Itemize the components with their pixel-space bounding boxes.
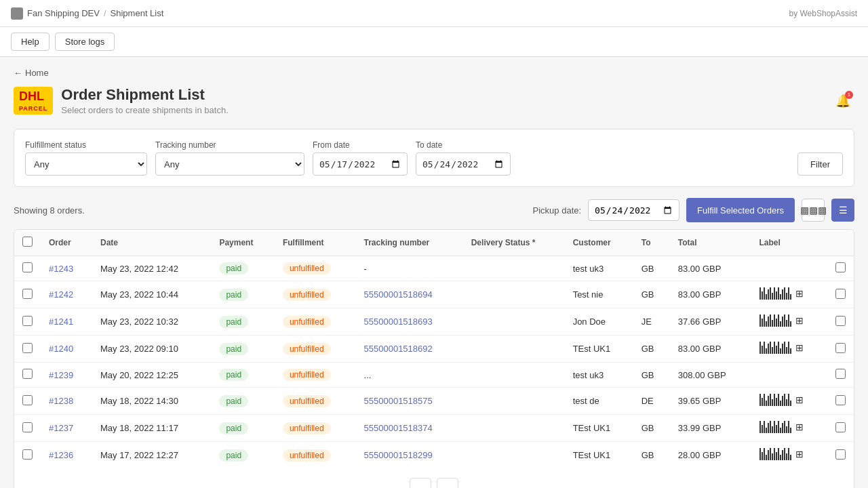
dhl-name: DHL	[19, 89, 47, 104]
order-total: 33.99 GBP	[670, 415, 751, 442]
order-date: May 18, 2022 11:17	[92, 415, 211, 442]
fulfillment-badge: unfulfilled	[283, 422, 331, 434]
customer-name: TEst UK1	[565, 336, 633, 363]
order-link[interactable]: #1239	[49, 370, 73, 380]
list-view-button[interactable]: ☰	[831, 199, 854, 222]
back-label: Home	[25, 68, 49, 78]
table-row: #1240May 23, 2022 09:10paidunfulfilled55…	[14, 336, 854, 363]
order-total: 83.00 GBP	[670, 336, 751, 363]
tracking-number: 55500001518694	[356, 281, 463, 308]
row-checkbox-end[interactable]	[835, 369, 846, 379]
order-link[interactable]: #1241	[49, 317, 73, 327]
order-link[interactable]: #1242	[49, 289, 73, 300]
row-checkbox-end[interactable]	[835, 449, 846, 460]
label-barcode: ⊞	[751, 281, 827, 308]
row-checkbox-end[interactable]	[835, 316, 846, 326]
fulfillment-status: unfulfilled	[275, 415, 356, 442]
next-page-button[interactable]: →	[437, 478, 458, 488]
label-barcode: ⊞	[751, 388, 827, 415]
from-date-input[interactable]	[313, 152, 408, 176]
fulfillment-status: unfulfilled	[275, 388, 356, 415]
tracking-link[interactable]: 55500001518374	[364, 423, 433, 433]
to-date-filter: To date	[416, 140, 511, 176]
order-total: 39.65 GBP	[670, 388, 751, 415]
row-checkbox-end[interactable]	[835, 343, 846, 353]
payment-status: paid	[211, 442, 275, 469]
order-link[interactable]: #1240	[49, 344, 73, 354]
back-arrow-icon: ←	[14, 68, 22, 78]
page-subtitle: Select orders to create shipments in bat…	[61, 105, 228, 115]
customer-name: TEst UK1	[565, 442, 633, 469]
filter-row: Fulfillment status Any Fulfilled Unfulfi…	[25, 140, 843, 176]
tracking-link[interactable]: 55500001518299	[364, 450, 433, 460]
col-delivery-status: Delivery Status *	[463, 230, 565, 256]
order-total: 28.00 GBP	[670, 442, 751, 469]
order-date: May 23, 2022 10:32	[92, 308, 211, 336]
barcode-icon: ⊞	[760, 342, 804, 354]
payment-status: paid	[211, 256, 275, 281]
tracking-link[interactable]: 55500001518694	[364, 289, 433, 300]
app-icon	[11, 7, 23, 20]
row-checkbox[interactable]	[22, 422, 33, 432]
fulfillment-status-select[interactable]: Any Fulfilled Unfulfilled	[25, 152, 147, 176]
to-date-label: To date	[416, 140, 511, 150]
topbar-by: by WebShopAssist	[789, 9, 858, 18]
tracking-link[interactable]: 55500001518693	[364, 317, 433, 327]
prev-page-button[interactable]: ←	[410, 478, 431, 488]
pickup-date-input[interactable]	[588, 199, 679, 221]
tracking-link[interactable]: 55500001518575	[364, 396, 433, 406]
tracking-number: 55500001518374	[356, 415, 463, 442]
row-checkbox[interactable]	[22, 262, 33, 272]
list-view-icon: ☰	[839, 205, 848, 216]
fulfill-selected-orders-button[interactable]: Fulfill Selected Orders	[686, 198, 795, 222]
tracking-number: 55500001518299	[356, 442, 463, 469]
table-row: #1242May 23, 2022 10:44paidunfulfilled55…	[14, 281, 854, 308]
dhl-logo: DHL PARCEL	[14, 87, 53, 115]
back-link[interactable]: ← Home	[14, 68, 854, 78]
filter-button[interactable]: Filter	[797, 152, 843, 176]
row-checkbox[interactable]	[22, 449, 33, 460]
fulfillment-badge: unfulfilled	[283, 343, 331, 355]
label-barcode	[751, 256, 827, 281]
barcode-view-button[interactable]: ▩▩▩	[802, 199, 825, 222]
order-link[interactable]: #1243	[49, 264, 73, 274]
col-payment: Payment	[211, 230, 275, 256]
help-button[interactable]: Help	[11, 33, 50, 51]
store-logs-button[interactable]: Store logs	[55, 33, 115, 51]
row-checkbox[interactable]	[22, 395, 33, 405]
fulfillment-badge: unfulfilled	[283, 289, 331, 301]
tracking-number: ...	[356, 363, 463, 388]
row-checkbox[interactable]	[22, 316, 33, 326]
fulfillment-status-label: Fulfillment status	[25, 140, 147, 150]
pickup-label: Pickup date:	[533, 205, 582, 216]
tracking-number-select[interactable]: Any With tracking Without tracking	[155, 152, 304, 176]
destination-country: GB	[633, 336, 670, 363]
order-link[interactable]: #1238	[49, 396, 73, 406]
order-date: May 18, 2022 14:30	[92, 388, 211, 415]
order-total: 308.00 GBP	[670, 363, 751, 388]
row-checkbox-end[interactable]	[835, 289, 846, 299]
table-row: #1241May 23, 2022 10:32paidunfulfilled55…	[14, 308, 854, 336]
row-checkbox[interactable]	[22, 343, 33, 353]
notifications-button[interactable]: 🔔 1	[831, 89, 854, 113]
order-total: 83.00 GBP	[670, 281, 751, 308]
label-barcode: ⊞	[751, 442, 827, 469]
select-all-checkbox[interactable]	[22, 237, 33, 247]
table-header: Order Date Payment Fulfillment Tracking …	[14, 230, 854, 256]
row-checkbox-end[interactable]	[835, 262, 846, 272]
row-checkbox[interactable]	[22, 289, 33, 299]
row-checkbox-end[interactable]	[835, 422, 846, 432]
to-date-input[interactable]	[416, 152, 511, 176]
tracking-link[interactable]: 55500001518692	[364, 344, 433, 354]
page-header: DHL PARCEL Order Shipment List Select or…	[14, 86, 854, 115]
order-link[interactable]: #1236	[49, 450, 73, 460]
destination-country: DE	[633, 388, 670, 415]
page-content: ← Home DHL PARCEL Order Shipment List Se…	[0, 57, 868, 488]
payment-status: paid	[211, 308, 275, 336]
row-checkbox[interactable]	[22, 369, 33, 379]
dhl-parcel: PARCEL	[19, 105, 47, 112]
fulfillment-status: unfulfilled	[275, 256, 356, 281]
order-link[interactable]: #1237	[49, 423, 73, 433]
row-checkbox-end[interactable]	[835, 395, 846, 405]
barcode-icon: ⊞	[760, 394, 804, 406]
